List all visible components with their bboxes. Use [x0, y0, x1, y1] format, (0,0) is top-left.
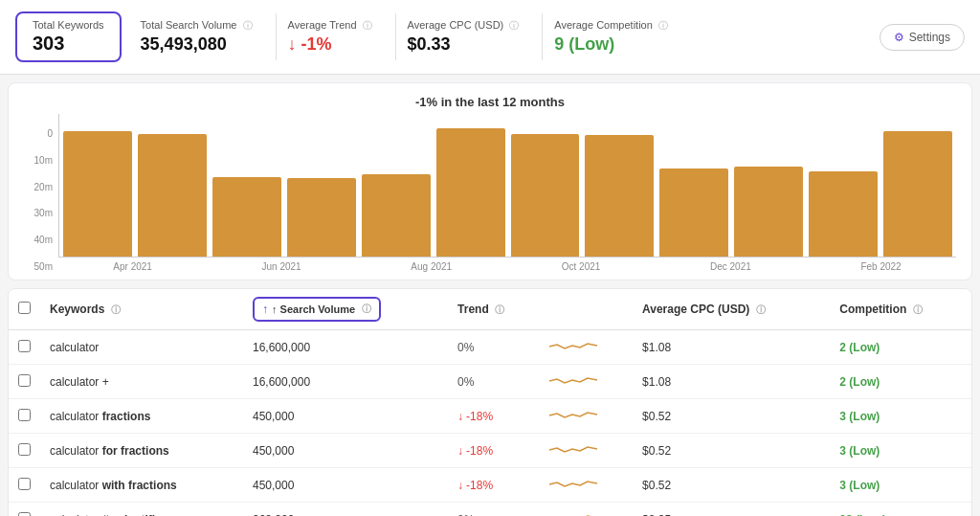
total-keywords-value: 303: [33, 33, 104, 55]
trend-down-icon: ↓: [457, 410, 463, 423]
chart-bar[interactable]: [362, 174, 431, 257]
cpc-cell: $0.52: [633, 399, 830, 434]
y-axis: 50m 40m 30m 20m 10m 0: [24, 128, 53, 272]
row-checkbox-cell[interactable]: [9, 468, 40, 503]
search-volume-header-highlight: ↑ ↑ Search Volume ⓘ: [253, 297, 381, 322]
row-checkbox-cell[interactable]: [9, 399, 40, 434]
row-checkbox-cell[interactable]: [9, 503, 40, 517]
keyword-prefix: calculator: [50, 479, 102, 492]
trend-cell: 0%: [448, 503, 540, 517]
sparkline-chart: [549, 406, 597, 423]
keyword-text: calculator +: [50, 375, 109, 389]
competition-cell: 3 (Low): [830, 468, 971, 503]
row-checkbox[interactable]: [18, 374, 31, 387]
keyword-cell: calculator with fractions: [40, 468, 243, 503]
trend-down-icon: ↓: [457, 444, 463, 458]
y-label: 20m: [24, 182, 53, 192]
trend-down-icon: ↓: [288, 34, 297, 54]
select-all-header[interactable]: [9, 289, 40, 330]
competition-info-icon[interactable]: ⓘ: [913, 304, 923, 315]
sparkline-cell: [540, 434, 633, 468]
chart-bar[interactable]: [659, 168, 728, 257]
keyword-cell: calculator +: [40, 365, 243, 399]
search-volume-column-header[interactable]: ↑ ↑ Search Volume ⓘ: [243, 289, 448, 330]
row-checkbox-cell[interactable]: [9, 330, 40, 365]
trend-cell: 0%: [448, 365, 540, 399]
keyword-prefix: calculator #: [50, 513, 112, 517]
table-row: calculator with fractions 450,000 ↓ -18%…: [9, 468, 971, 503]
chart-bar[interactable]: [138, 134, 207, 257]
keyword-text: calculator: [50, 341, 99, 354]
sparkline-chart: [549, 371, 597, 389]
sparkline-cell: [540, 399, 633, 434]
chart-bar[interactable]: [63, 131, 132, 257]
sparkline-chart: [549, 440, 597, 458]
x-label: Apr 2021: [113, 261, 152, 272]
y-label: 0: [24, 128, 53, 139]
stats-bar: Total Keywords 303 Total Search Volume ⓘ…: [0, 0, 980, 75]
x-label: Oct 2021: [562, 261, 601, 272]
chart-section: -1% in the last 12 months 50m 40m 30m 20…: [8, 82, 972, 280]
chart-bar[interactable]: [511, 134, 580, 257]
x-label: Aug 2021: [411, 261, 452, 272]
sparkline-chart: [549, 475, 597, 492]
search-volume-cell: 450,000: [243, 434, 448, 468]
competition-cell: 3 (Low): [830, 399, 971, 434]
keyword-cell: calculator: [40, 330, 243, 365]
row-checkbox[interactable]: [18, 443, 31, 456]
row-checkbox[interactable]: [18, 478, 31, 490]
chart-bar[interactable]: [585, 135, 654, 257]
y-label: 10m: [24, 155, 53, 166]
average-cpc-info-icon[interactable]: ⓘ: [509, 20, 519, 31]
cpc-info-icon[interactable]: ⓘ: [756, 304, 766, 315]
keyword-bold: fractions: [102, 410, 151, 423]
average-trend-info-icon[interactable]: ⓘ: [363, 20, 372, 31]
chart-bar[interactable]: [734, 167, 803, 257]
chart-bar[interactable]: [809, 171, 878, 257]
trend-value: 0%: [457, 341, 474, 354]
row-checkbox-cell[interactable]: [9, 434, 40, 468]
sort-up-icon: ↑: [262, 303, 268, 316]
table-row: calculator # scientific 368,000 0% $0.85…: [9, 503, 971, 517]
row-checkbox[interactable]: [18, 409, 31, 421]
trend-info-icon[interactable]: ⓘ: [495, 304, 504, 315]
chart-wrap: 50m 40m 30m 20m 10m 0 Apr 2021 Jun 2021 …: [24, 119, 956, 272]
trend-cell: 0%: [448, 330, 540, 365]
total-keywords-stat: Total Keywords 303: [15, 11, 122, 62]
table-row: calculator for fractions 450,000 ↓ -18% …: [9, 434, 971, 468]
search-volume-cell: 16,600,000: [243, 365, 448, 399]
cpc-cell: $1.08: [633, 365, 830, 399]
trend-cell: ↓ -18%: [448, 399, 540, 434]
search-volume-info-icon[interactable]: ⓘ: [362, 303, 371, 316]
chart-bar[interactable]: [287, 178, 356, 257]
average-competition-info-icon[interactable]: ⓘ: [658, 20, 668, 31]
chart-bar[interactable]: [883, 131, 952, 257]
row-checkbox[interactable]: [18, 340, 31, 352]
search-volume-cell: 368,000: [243, 503, 448, 517]
chart-title: -1% in the last 12 months: [24, 95, 956, 109]
trend-value: ↓ -18%: [457, 479, 530, 492]
average-cpc-stat: Average CPC (USD) ⓘ $0.33: [396, 13, 544, 60]
keywords-info-icon[interactable]: ⓘ: [111, 304, 121, 315]
trend-value: ↓ -18%: [457, 410, 530, 423]
cpc-cell: $0.85: [633, 503, 830, 517]
row-checkbox[interactable]: [18, 512, 31, 517]
trend-value: ↓ -18%: [457, 444, 530, 458]
cpc-cell: $0.52: [633, 468, 830, 503]
select-all-checkbox[interactable]: [18, 302, 31, 314]
sparkline-cell: [540, 468, 633, 503]
keyword-prefix: calculator: [50, 444, 102, 458]
sparkline-chart: [549, 337, 597, 354]
keyword-cell: calculator # scientific: [40, 503, 243, 517]
average-competition-label: Average Competition ⓘ: [554, 19, 668, 33]
x-labels: Apr 2021 Jun 2021 Aug 2021 Oct 2021 Dec …: [58, 261, 956, 272]
average-trend-stat: Average Trend ⓘ ↓ -1%: [277, 13, 396, 60]
row-checkbox-cell[interactable]: [9, 365, 40, 399]
chart-bar[interactable]: [436, 128, 505, 257]
x-label: Feb 2022: [860, 261, 901, 272]
competition-cell: 2 (Low): [830, 330, 971, 365]
total-search-volume-info-icon[interactable]: ⓘ: [243, 20, 253, 31]
chart-bar[interactable]: [212, 177, 281, 257]
bars-area: Apr 2021 Jun 2021 Aug 2021 Oct 2021 Dec …: [58, 114, 956, 272]
settings-button[interactable]: ⚙ Settings: [880, 24, 965, 51]
